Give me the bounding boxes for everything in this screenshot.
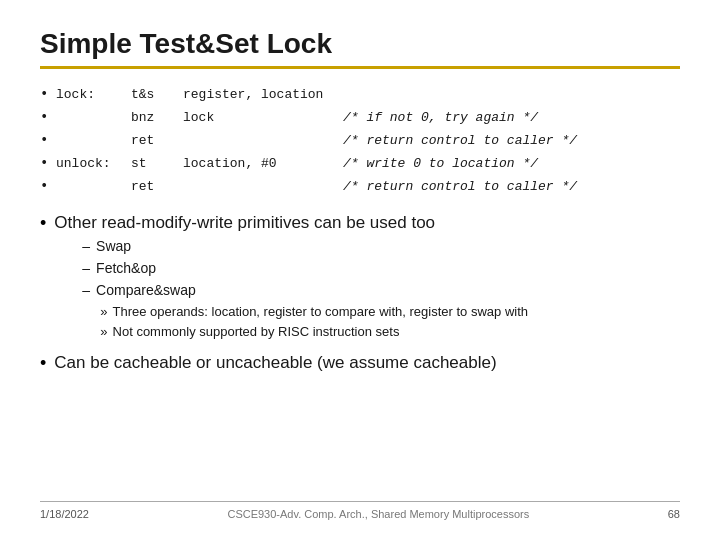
sub-sub-text: Not commonly supported by RISC instructi… [113, 322, 400, 342]
code-operand: location, #0 [183, 153, 343, 174]
code-row: • bnz lock /* if not 0, try again */ [40, 106, 680, 129]
code-comment: /* write 0 to location */ [343, 153, 538, 174]
code-instr: t&s [131, 84, 183, 105]
code-comment: /* if not 0, try again */ [343, 107, 538, 128]
code-label: unlock: [56, 153, 131, 174]
code-bullet: • [40, 106, 56, 129]
main-bullet: •Can be cacheable or uncacheable (we ass… [40, 352, 680, 374]
slide-title: Simple Test&Set Lock [40, 28, 680, 60]
code-bullet: • [40, 175, 56, 198]
sub-sub-dot: » [100, 302, 107, 322]
code-operand: register, location [183, 84, 343, 105]
footer-page: 68 [668, 508, 680, 520]
code-instr: ret [131, 130, 183, 151]
main-bullet: •Other read-modify-write primitives can … [40, 212, 680, 346]
sub-item: –Fetch&op [82, 257, 528, 279]
code-row: • ret /* return control to caller */ [40, 129, 680, 152]
sub-sub-item: »Three operands: location, register to c… [100, 302, 528, 322]
sub-sub-text: Three operands: location, register to co… [113, 302, 528, 322]
code-row: • lock: t&s register, location [40, 83, 680, 106]
sub-item-text: Compare&swap [96, 279, 196, 301]
code-label: lock: [56, 84, 131, 105]
sub-dash: – [82, 279, 90, 301]
footer: 1/18/2022 CSCE930-Adv. Comp. Arch., Shar… [40, 501, 680, 520]
footer-course: CSCE930-Adv. Comp. Arch., Shared Memory … [227, 508, 529, 520]
sub-sub-dot: » [100, 322, 107, 342]
bullet-main-text: Other read-modify-write primitives can b… [54, 213, 435, 232]
code-bullet: • [40, 83, 56, 106]
code-section: • lock: t&s register, location • bnz loc… [40, 83, 680, 198]
sub-sub-item: »Not commonly supported by RISC instruct… [100, 322, 528, 342]
code-instr: ret [131, 176, 183, 197]
code-instr: bnz [131, 107, 183, 128]
code-comment: /* return control to caller */ [343, 130, 577, 151]
bullet-main-text: Can be cacheable or uncacheable (we assu… [54, 353, 496, 372]
sub-dash: – [82, 257, 90, 279]
sub-item-text: Fetch&op [96, 257, 156, 279]
bullet-section: •Other read-modify-write primitives can … [40, 212, 680, 380]
sub-item: –Swap [82, 235, 528, 257]
code-instr: st [131, 153, 183, 174]
footer-date: 1/18/2022 [40, 508, 89, 520]
code-operand: lock [183, 107, 343, 128]
sub-item-text: Swap [96, 235, 131, 257]
code-bullet: • [40, 152, 56, 175]
sub-bullets: –Swap–Fetch&op–Compare&swap»Three operan… [82, 235, 528, 342]
slide: Simple Test&Set Lock • lock: t&s registe… [0, 0, 720, 540]
bullet-dot: • [40, 213, 46, 234]
code-comment: /* return control to caller */ [343, 176, 577, 197]
bullet-dot: • [40, 353, 46, 374]
code-bullet: • [40, 129, 56, 152]
code-row: • ret /* return control to caller */ [40, 175, 680, 198]
sub-item: –Compare&swap [82, 279, 528, 301]
sub-dash: – [82, 235, 90, 257]
code-row: • unlock: st location, #0 /* write 0 to … [40, 152, 680, 175]
title-divider [40, 66, 680, 69]
